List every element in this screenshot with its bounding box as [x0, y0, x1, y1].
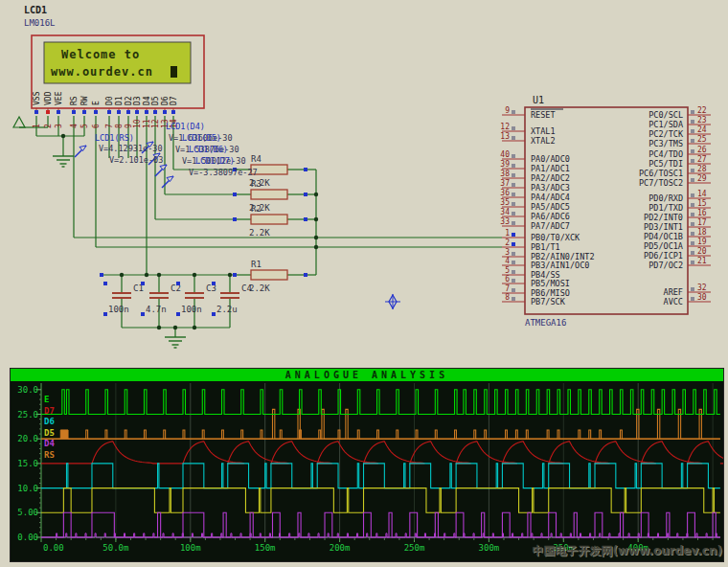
mcu-pin-square[interactable]	[512, 233, 515, 237]
mcu-pin-square[interactable]	[691, 120, 694, 124]
mcu-pin-square[interactable]	[512, 110, 515, 114]
lcd-pin-square[interactable]	[57, 110, 60, 114]
resistor-R3[interactable]: R32.2K	[233, 179, 307, 213]
mcu-pin-square[interactable]	[691, 149, 694, 153]
lcd-pin-name: D7	[170, 96, 178, 105]
wire-junction	[193, 273, 196, 277]
capacitor-C3[interactable]: C3100n	[176, 282, 216, 316]
mcu-pin-square[interactable]	[691, 129, 694, 133]
mcu-pin-square[interactable]	[691, 203, 694, 207]
voltage-probe-arrow[interactable]	[75, 146, 86, 157]
mcu-pin-square[interactable]	[691, 241, 694, 245]
mcu-pin-square[interactable]	[691, 297, 694, 301]
mcu-pin-number: 17	[697, 218, 707, 227]
resistor-body[interactable]	[251, 215, 287, 224]
mcu-pin-square[interactable]	[691, 159, 694, 163]
lcd-screen-line2: www.ourdev.cn	[51, 65, 153, 79]
mcu-pin-square[interactable]	[512, 270, 515, 274]
lcd-screen-line1: Welcome to	[61, 48, 140, 61]
mcu-pin-square[interactable]	[512, 202, 515, 206]
wire-junction	[157, 326, 161, 329]
mcu-pin-square[interactable]	[691, 287, 694, 291]
probe-square	[233, 217, 237, 221]
lcd-pin-number: 2	[44, 124, 53, 128]
resistor-body[interactable]	[251, 190, 287, 199]
analogue-analysis-window[interactable]: ANALOGUE ANALYSIS 0.005.0010.015.020.025…	[10, 368, 724, 562]
lcd-pin-square[interactable]	[171, 110, 175, 114]
trace-RS-blob	[41, 430, 720, 439]
mcu-pin-square[interactable]	[691, 193, 694, 197]
mcu-pin-square[interactable]	[512, 154, 515, 158]
mcu-pin-square[interactable]	[512, 136, 515, 140]
mcu-pin-square[interactable]	[691, 110, 694, 114]
mcu-pin-square[interactable]	[512, 126, 515, 130]
lcd-pin-square[interactable]	[117, 110, 121, 114]
x-tick-label: 50.0m	[102, 543, 128, 553]
capacitor-C2[interactable]: C24.7n	[141, 282, 181, 316]
probe-square	[100, 273, 103, 277]
lcd-pin-square[interactable]	[163, 110, 167, 114]
mcu-pin-square[interactable]	[691, 261, 694, 264]
lcd-pin-square[interactable]	[94, 110, 98, 114]
lcd-pin-square[interactable]	[126, 110, 130, 114]
lcd-pin-square[interactable]	[135, 110, 139, 114]
capacitor-C4[interactable]: C42.2u	[212, 282, 252, 316]
mcu-component[interactable]: U1ATMEGA169RESET12XTAL113XTAL240PA0/ADC0…	[500, 95, 711, 328]
mcu-pin-square[interactable]	[691, 169, 694, 172]
capacitor-C1[interactable]: C1100n	[103, 282, 144, 316]
lcd-pin-square[interactable]	[153, 110, 157, 114]
mcu-pin-square[interactable]	[512, 164, 515, 168]
mcu-pin-name: PB0/T0/XCK	[531, 233, 580, 242]
lcd-pin-number: 8	[115, 124, 124, 128]
lcd-pin-square[interactable]	[82, 110, 86, 114]
schematic-canvas[interactable]: LCD1LM016LWelcome towww.ourdev.cnVSS1VDD…	[0, 0, 728, 368]
mcu-pin-square[interactable]	[691, 232, 694, 236]
lcd-pin-square[interactable]	[34, 110, 38, 114]
mcu-pin-square[interactable]	[691, 251, 694, 255]
waveform-plot[interactable]: 0.005.0010.015.020.025.030.00.0050.0m100…	[11, 381, 723, 560]
lcd-pin-square[interactable]	[107, 110, 111, 114]
mcu-pin-square[interactable]	[512, 279, 515, 283]
mcu-pin-square[interactable]	[691, 139, 694, 143]
power-symbol[interactable]	[13, 117, 25, 127]
resistor-R2[interactable]: R22.2K	[233, 204, 307, 238]
lcd-component[interactable]: LCD1LM016LWelcome towww.ourdev.cnVSS1VDD…	[24, 5, 204, 128]
mcu-pin-square[interactable]	[512, 288, 515, 292]
wire-junction	[314, 193, 318, 196]
mcu-pin-square[interactable]	[512, 183, 515, 187]
mcu-pin-name: PA3/ADC3	[531, 183, 570, 193]
x-tick-label: 150m	[255, 543, 276, 553]
mcu-pin-square[interactable]	[512, 297, 515, 301]
mcu-pin-square[interactable]	[512, 242, 515, 246]
mcu-pin-square[interactable]	[512, 252, 515, 256]
lcd-pin-number: 12	[151, 119, 160, 128]
mcu-pin-number: 4	[505, 257, 510, 265]
mcu-pin-number: 36	[500, 189, 510, 197]
mcu-pin-square[interactable]	[691, 222, 694, 226]
mcu-pin-number: 20	[697, 247, 707, 256]
mcu-pin-number: 15	[697, 199, 707, 208]
resistor-value: 2.2K	[249, 284, 270, 293]
lcd-pin-square[interactable]	[145, 110, 148, 114]
mcu-pin-number: 18	[697, 228, 707, 237]
probe-square	[304, 273, 307, 277]
mcu-pin-number: 30	[697, 293, 707, 302]
mcu-pin-square[interactable]	[512, 212, 515, 215]
mcu-pin-square[interactable]	[691, 213, 694, 216]
mcu-pin-square[interactable]	[512, 221, 515, 225]
mcu-pin-name: PA1/ADC1	[531, 164, 570, 173]
mcu-pin-square[interactable]	[512, 193, 515, 196]
probe-square	[141, 312, 145, 316]
voltage-probe-arrow[interactable]	[162, 176, 173, 188]
graph-title-bar[interactable]: ANALOGUE ANALYSIS	[11, 369, 723, 381]
mcu-pin-square[interactable]	[512, 173, 515, 177]
lcd-pin-square[interactable]	[72, 110, 76, 114]
probe-label: V=4.12931e-30	[99, 144, 163, 153]
resistor-body[interactable]	[251, 270, 287, 280]
mcu-pin-name: XTAL1	[531, 126, 556, 136]
lcd-pin-name: D4	[143, 96, 151, 105]
mcu-pin-square[interactable]	[691, 178, 694, 182]
lcd-pin-square[interactable]	[46, 110, 50, 114]
mcu-pin-square[interactable]	[512, 261, 515, 264]
mcu-pin-number: 9	[505, 106, 510, 115]
